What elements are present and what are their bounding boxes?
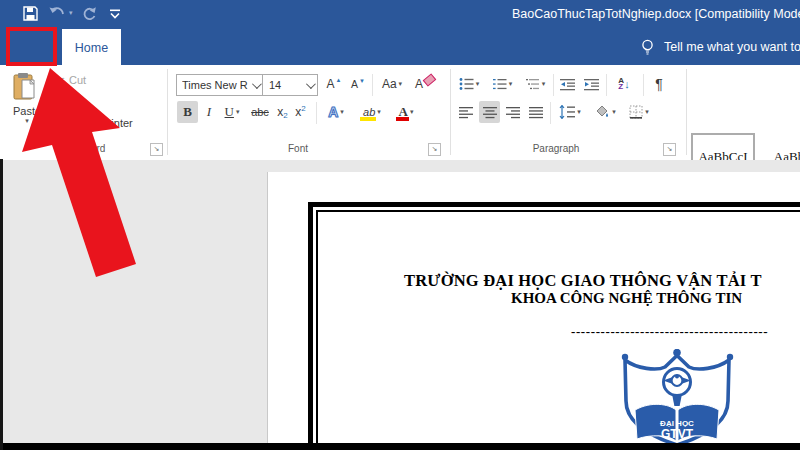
document-workspace: TRƯỜNG ĐẠI HỌC GIAO THÔNG VẬN TẢI T KHOA… bbox=[0, 160, 800, 444]
strikethrough-button[interactable]: abc bbox=[247, 101, 273, 123]
paragraph-group-label: Paragraph bbox=[533, 143, 580, 154]
undo-icon[interactable] bbox=[48, 6, 66, 21]
align-left-icon bbox=[459, 106, 473, 119]
font-size-combo[interactable]: 14 bbox=[262, 74, 318, 96]
increase-indent-icon bbox=[584, 78, 599, 91]
align-right-button[interactable] bbox=[503, 101, 523, 123]
clear-formatting-button[interactable]: A bbox=[412, 73, 438, 95]
title-bar: ▾ BaoCaoThucTapTotNghiep.docx [Compatibi… bbox=[0, 0, 800, 28]
paste-clipboard-icon bbox=[12, 72, 40, 102]
doc-heading-2: KHOA CÔNG NGHỆ THÔNG TIN bbox=[511, 290, 742, 307]
cut-label: Cut bbox=[69, 74, 86, 86]
group-divider bbox=[450, 69, 451, 155]
undo-dropdown-icon[interactable]: ▾ bbox=[69, 9, 73, 17]
superscript-button[interactable]: x2 bbox=[292, 101, 309, 123]
group-divider bbox=[167, 69, 168, 155]
grow-font-button[interactable]: A ▲ bbox=[323, 73, 345, 95]
sort-button[interactable]: A Z ↓ bbox=[611, 73, 637, 95]
paint-bucket-icon bbox=[594, 105, 610, 119]
multilevel-list-icon bbox=[525, 77, 540, 91]
increase-indent-button[interactable] bbox=[581, 73, 602, 95]
font-group-label: Font bbox=[288, 143, 308, 154]
paste-button[interactable]: Paste ▾ bbox=[10, 72, 44, 130]
line-spacing-icon bbox=[559, 105, 575, 119]
doc-heading-1: TRƯỜNG ĐẠI HỌC GIAO THÔNG VẬN TẢI T bbox=[404, 271, 762, 291]
font-color-bar bbox=[396, 117, 409, 121]
shading-dropdown-icon: ▾ bbox=[612, 108, 616, 116]
decrease-indent-icon bbox=[560, 78, 575, 91]
highlight-color-bar bbox=[360, 117, 376, 121]
font-color-button[interactable]: A ▾ bbox=[392, 101, 420, 123]
format-painter-button[interactable]: Format Painter bbox=[60, 117, 133, 129]
align-right-icon bbox=[506, 106, 520, 119]
underline-dropdown-icon: ▾ bbox=[236, 108, 240, 116]
align-left-button[interactable] bbox=[456, 101, 476, 123]
paste-label: Paste bbox=[10, 105, 44, 117]
redo-icon[interactable] bbox=[81, 6, 97, 22]
font-dialog-launcher-icon[interactable]: ↘ bbox=[428, 143, 441, 156]
change-case-button[interactable]: Aa ▾ bbox=[377, 73, 407, 95]
text-effects-button[interactable]: A ▾ bbox=[322, 101, 350, 123]
font-size-value: 14 bbox=[269, 79, 281, 91]
lightbulb-icon bbox=[640, 39, 655, 56]
text-effects-dropdown-icon: ▾ bbox=[340, 108, 344, 116]
clipboard-group-label: Clipboard bbox=[63, 143, 106, 154]
font-name-dropdown-icon bbox=[252, 79, 262, 89]
window-bottom-edge bbox=[0, 443, 800, 450]
line-spacing-button[interactable]: ▾ bbox=[555, 101, 585, 123]
cut-button[interactable]: ✂ Cut bbox=[55, 73, 86, 87]
change-case-dropdown-icon: ▾ bbox=[399, 80, 403, 88]
multilevel-list-button[interactable]: ▾ bbox=[520, 73, 550, 95]
justify-button[interactable] bbox=[526, 101, 546, 123]
group-divider bbox=[686, 69, 687, 155]
shading-button[interactable]: ▾ bbox=[590, 101, 620, 123]
highlight-dropdown-icon: ▾ bbox=[377, 108, 381, 116]
file-highlight-rectangle bbox=[6, 27, 57, 66]
paragraph-dialog-launcher-icon[interactable]: ↘ bbox=[663, 143, 676, 156]
university-logo: ĐẠI HỌC GTVT bbox=[613, 349, 741, 445]
show-hide-pilcrow-button[interactable]: ¶ bbox=[649, 73, 669, 95]
font-name-value: Times New R bbox=[182, 79, 248, 91]
justify-icon bbox=[529, 106, 543, 119]
scissors-icon: ✂ bbox=[55, 73, 65, 87]
numbering-dropdown-icon: ▾ bbox=[509, 80, 513, 88]
borders-dropdown-icon: ▾ bbox=[645, 108, 649, 116]
small-divider bbox=[550, 102, 551, 124]
save-icon[interactable] bbox=[22, 5, 39, 22]
multilevel-dropdown-icon: ▾ bbox=[542, 80, 546, 88]
ribbon: Paste ▾ ✂ Cut Format Painter Clipboard ↘… bbox=[0, 65, 800, 161]
grow-font-arrow-icon: ▲ bbox=[336, 77, 342, 83]
window-left-edge bbox=[0, 159, 3, 450]
doc-dashed-divider: ---------------------------------------- bbox=[571, 324, 768, 340]
small-divider bbox=[643, 74, 644, 96]
small-divider bbox=[316, 102, 317, 124]
bullet-list-icon bbox=[459, 77, 474, 91]
small-divider bbox=[553, 74, 554, 96]
numbering-button[interactable]: ▾ bbox=[487, 73, 517, 95]
logo-text-gtvt: GTVT bbox=[661, 427, 694, 441]
line-spacing-dropdown-icon: ▾ bbox=[577, 108, 581, 116]
font-color-dropdown-icon: ▾ bbox=[410, 108, 414, 116]
ribbon-tab-row: File Home Insert Design Layout Reference… bbox=[0, 28, 800, 65]
clipboard-dialog-launcher-icon[interactable]: ↘ bbox=[150, 143, 163, 156]
decrease-indent-button[interactable] bbox=[557, 73, 578, 95]
sort-arrow-icon: ↓ bbox=[624, 78, 630, 90]
small-divider bbox=[372, 74, 373, 96]
subscript-button[interactable]: x2 bbox=[274, 101, 291, 123]
italic-button[interactable]: I bbox=[201, 101, 217, 123]
small-divider bbox=[606, 74, 607, 96]
eraser-icon bbox=[423, 73, 437, 86]
shrink-font-button[interactable]: A ▼ bbox=[347, 73, 369, 95]
borders-button[interactable]: ▾ bbox=[624, 101, 654, 123]
tab-home[interactable]: Home bbox=[62, 29, 121, 65]
document-page[interactable]: TRƯỜNG ĐẠI HỌC GIAO THÔNG VẬN TẢI T KHOA… bbox=[267, 172, 800, 444]
font-name-combo[interactable]: Times New R bbox=[176, 74, 264, 96]
document-title: BaoCaoThucTapTotNghiep.docx [Compatibili… bbox=[512, 7, 800, 21]
customize-qat-icon[interactable] bbox=[109, 8, 121, 20]
tell-me-box[interactable]: Tell me what you want to bbox=[664, 40, 800, 54]
highlight-button[interactable]: ab ▾ bbox=[356, 101, 388, 123]
underline-button[interactable]: U ▾ bbox=[219, 101, 245, 123]
align-center-button[interactable] bbox=[479, 101, 500, 123]
bullets-button[interactable]: ▾ bbox=[455, 73, 483, 95]
bold-button[interactable]: B bbox=[177, 101, 198, 123]
